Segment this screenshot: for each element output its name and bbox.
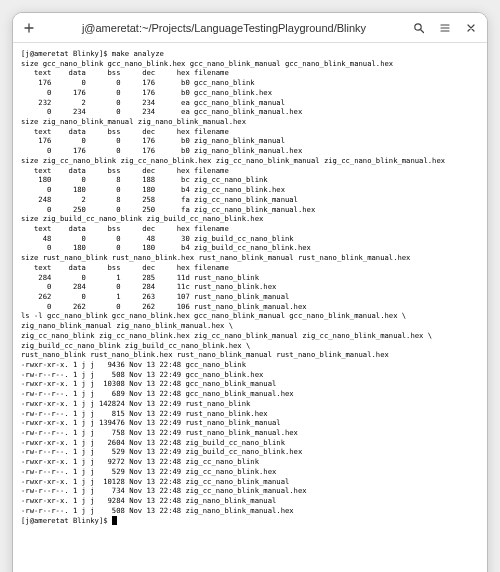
prompt-line[interactable]: [j@ameretat Blinky]$ [21,516,112,525]
search-icon [413,22,425,34]
cursor [112,516,117,525]
svg-point-0 [415,23,421,29]
terminal-window: j@ameretat:~/Projects/LanguageTestingPla… [12,12,488,572]
window-title: j@ameretat:~/Projects/LanguageTestingPla… [45,22,403,34]
close-icon [465,22,477,34]
plus-icon [23,22,35,34]
terminal-body[interactable]: [j@ameretat Blinky]$ make analyze size g… [13,43,487,572]
titlebar: j@ameretat:~/Projects/LanguageTestingPla… [13,13,487,43]
search-button[interactable] [409,18,429,38]
hamburger-icon [439,22,451,34]
menu-button[interactable] [435,18,455,38]
new-tab-button[interactable] [19,18,39,38]
close-button[interactable] [461,18,481,38]
